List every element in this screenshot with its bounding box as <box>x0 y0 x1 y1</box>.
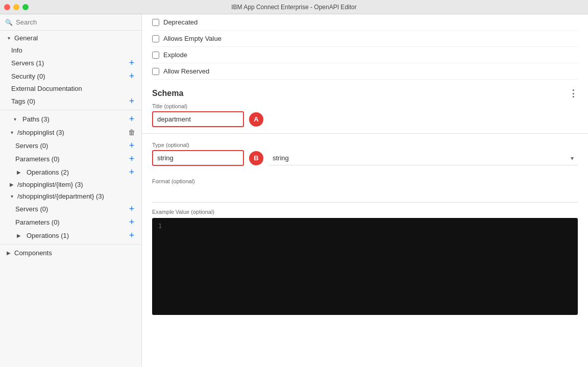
window-controls <box>4 4 29 10</box>
path-shoppinglist-item[interactable]: ▶ /shoppinglist/{item} (3) <box>0 179 141 190</box>
badge-b: B <box>249 151 263 165</box>
explode-label: Explode <box>163 51 187 59</box>
dept-servers-label: Servers (0) <box>15 205 48 213</box>
sidebar-group-paths[interactable]: ▾ Paths (3) + <box>0 112 141 126</box>
delete-path-button[interactable]: 🗑 <box>127 128 136 137</box>
servers-label: Servers (1) <box>11 59 44 67</box>
code-editor[interactable]: 1 <box>152 218 578 315</box>
title-field-label: Title (optional) <box>152 103 578 109</box>
chevron-right-icon: ▶ <box>15 168 22 176</box>
dept-ops-label: Operations (1) <box>27 232 69 239</box>
sidebar-item-servers[interactable]: Servers (1) + <box>0 56 141 69</box>
security-label: Security (0) <box>11 72 45 80</box>
add-security-button[interactable]: + <box>127 71 136 81</box>
type-select-wrap: string integer boolean array object numb… <box>268 151 578 165</box>
shoppinglist-servers[interactable]: Servers (0) + <box>0 139 141 152</box>
sidebar-group-general[interactable]: ▾ General <box>0 32 141 44</box>
title-divider <box>142 133 588 134</box>
allows-empty-label: Allows Empty Value <box>163 35 222 42</box>
allows-empty-row: Allows Empty Value <box>152 31 578 47</box>
add-shoppinglist-param-button[interactable]: + <box>127 154 136 163</box>
maximize-button[interactable] <box>22 4 29 10</box>
sidebar-item-external-docs[interactable]: External Documentation <box>0 83 141 94</box>
shoppinglist-parameters-label: Parameters (0) <box>15 155 60 163</box>
search-icon: 🔍 <box>5 19 13 26</box>
path-shoppinglist-department[interactable]: ▾ /shoppinglist/{department} (3) <box>0 190 141 202</box>
search-bar[interactable]: 🔍 <box>0 14 141 31</box>
sidebar: 🔍 ▾ General Info Servers (1) + Security … <box>0 14 142 367</box>
badge-b-text: B <box>254 154 258 162</box>
add-dept-server-button[interactable]: + <box>127 204 136 213</box>
badge-a-text: A <box>254 115 258 123</box>
explode-checkbox[interactable] <box>152 52 159 59</box>
path-shoppinglist-label: /shoppinglist (3) <box>17 129 127 136</box>
badge-a: A <box>249 112 263 127</box>
shoppinglist-ops-label: Operations (2) <box>27 168 69 176</box>
close-button[interactable] <box>4 4 10 10</box>
shoppinglist-actions: 🗑 <box>127 128 136 137</box>
search-input[interactable] <box>16 18 136 26</box>
chevron-right-icon: ▶ <box>5 250 12 257</box>
chevron-down-icon: ▾ <box>5 35 12 42</box>
type-input[interactable] <box>152 150 244 166</box>
sidebar-item-security[interactable]: Security (0) + <box>0 69 141 83</box>
dept-operations[interactable]: ▶ Operations (1) + <box>0 229 141 242</box>
type-field-group: Type (optional) B string integer boolean… <box>152 142 578 166</box>
add-server-button[interactable]: + <box>127 58 136 67</box>
shoppinglist-operations[interactable]: ▶ Operations (2) + <box>0 165 141 179</box>
allows-empty-checkbox[interactable] <box>152 35 159 42</box>
dept-parameters[interactable]: Parameters (0) + <box>0 215 141 229</box>
title-bar: IBM App Connect Enterprise - OpenAPI Edi… <box>0 0 588 14</box>
sidebar-item-tags[interactable]: Tags (0) + <box>0 94 141 108</box>
deprecated-checkbox[interactable] <box>152 19 159 26</box>
path-shoppinglist[interactable]: ▾ /shoppinglist (3) 🗑 <box>0 126 141 139</box>
schema-section-title: Schema ⋮ <box>152 80 578 103</box>
paths-label-wrap: ▾ Paths (3) <box>11 115 50 123</box>
general-section: ▾ General Info Servers (1) + Security (0… <box>0 31 141 109</box>
type-select[interactable]: string integer boolean array object numb… <box>268 151 578 165</box>
chevron-down-icon: ▾ <box>8 193 15 200</box>
type-field-label: Type (optional) <box>152 142 578 148</box>
components-section: ▶ Components <box>0 246 141 260</box>
general-label: General <box>14 34 38 42</box>
sidebar-group-components[interactable]: ▶ Components <box>0 247 141 259</box>
title-input[interactable] <box>152 111 244 127</box>
more-options-icon[interactable]: ⋮ <box>569 88 578 99</box>
paths-section: ▾ Paths (3) + ▾ /shoppinglist (3) 🗑 Serv… <box>0 111 141 243</box>
chevron-right-icon: ▶ <box>15 232 22 239</box>
allow-reserved-row: Allow Reserved <box>152 63 578 80</box>
add-tag-button[interactable]: + <box>127 96 136 106</box>
format-input[interactable] <box>152 186 578 198</box>
example-value-group: Example Value (optional) 1 <box>152 209 578 315</box>
path-shoppinglist-item-label: /shoppinglist/{item} (3) <box>17 181 83 188</box>
chevron-right-icon: ▶ <box>8 181 15 188</box>
explode-row: Explode <box>152 47 578 63</box>
add-path-button[interactable]: + <box>127 114 136 124</box>
title-field-group: Title (optional) A <box>152 103 578 134</box>
components-label: Components <box>14 249 52 257</box>
dept-ops-left: ▶ Operations (1) <box>15 232 69 239</box>
schema-title-text: Schema <box>152 89 183 98</box>
main-content: Deprecated Allows Empty Value Explode Al… <box>142 14 588 367</box>
type-input-wrap: B string integer boolean array object nu… <box>152 150 578 166</box>
format-field-label: Format (optional) <box>152 178 578 184</box>
deprecated-label: Deprecated <box>163 18 198 26</box>
allow-reserved-checkbox[interactable] <box>152 68 159 75</box>
example-value-label: Example Value (optional) <box>152 209 578 215</box>
tags-label: Tags (0) <box>11 97 35 105</box>
chevron-down-icon: ▾ <box>8 129 15 136</box>
add-dept-op-button[interactable]: + <box>127 231 136 240</box>
minimize-button[interactable] <box>13 4 19 10</box>
shoppinglist-servers-label: Servers (0) <box>15 142 48 150</box>
dept-parameters-label: Parameters (0) <box>15 218 60 226</box>
add-dept-param-button[interactable]: + <box>127 217 136 227</box>
add-shoppinglist-op-button[interactable]: + <box>127 167 136 177</box>
add-shoppinglist-server-button[interactable]: + <box>127 141 136 150</box>
dept-servers[interactable]: Servers (0) + <box>0 202 141 215</box>
shoppinglist-parameters[interactable]: Parameters (0) + <box>0 152 141 165</box>
sidebar-item-info[interactable]: Info <box>0 44 141 56</box>
path-shoppinglist-dept-label: /shoppinglist/{department} (3) <box>17 192 104 200</box>
external-docs-label: External Documentation <box>11 85 82 92</box>
paths-label: Paths (3) <box>22 115 50 123</box>
deprecated-row: Deprecated <box>152 14 578 31</box>
